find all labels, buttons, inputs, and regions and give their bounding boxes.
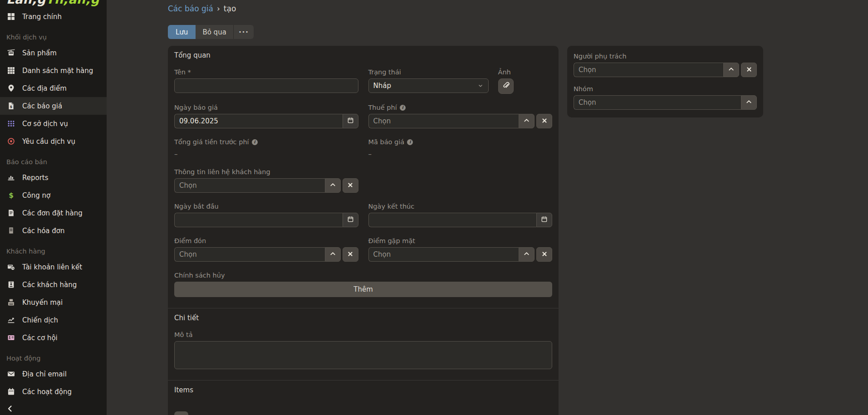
sidebar-item-label: Các địa điểm xyxy=(22,84,67,93)
tax-clear-button[interactable] xyxy=(536,114,552,128)
tax-expand-button[interactable] xyxy=(519,114,535,128)
sidebar-item-cac-dia-diem[interactable]: Các địa điểm xyxy=(0,79,107,97)
status-select[interactable]: Nháp xyxy=(368,78,489,93)
sidebar-item-trang-chinh[interactable]: Trang chính xyxy=(0,8,107,25)
field-pickup-point: Điểm đón Chọn xyxy=(174,237,358,262)
add-cancel-policy-button[interactable]: Thêm xyxy=(174,282,552,297)
sidebar-item-label: Các đơn đặt hàng xyxy=(22,209,83,217)
sidebar-item-cac-khach-hang[interactable]: Các khách hàng xyxy=(0,276,107,293)
chevron-up-icon xyxy=(329,181,336,190)
chevron-up-icon xyxy=(745,98,752,107)
toolbar: Lưu Bỏ qua ••• xyxy=(168,25,868,39)
description-textarea[interactable] xyxy=(174,341,552,369)
sidebar-item-co-so-dich-vu[interactable]: Cơ sở dịch vụ xyxy=(0,115,107,132)
assignee-expand-button[interactable] xyxy=(723,63,739,77)
sidebar-item-label: Chiến dịch xyxy=(22,316,58,324)
sidebar-item-cong-no[interactable]: $ Công nợ xyxy=(0,186,107,204)
quote-date-calendar-button[interactable] xyxy=(343,114,358,128)
meeting-clear-button[interactable] xyxy=(536,247,552,262)
breadcrumb-link-quotes[interactable]: Các báo giá xyxy=(168,4,213,13)
status-value: Nháp xyxy=(373,82,391,90)
chevron-up-icon xyxy=(523,117,530,126)
name-input[interactable] xyxy=(174,78,358,93)
info-icon: i xyxy=(252,139,258,145)
sidebar-item-yeu-cau-dich-vu[interactable]: Yêu cầu dịch vụ xyxy=(0,132,107,150)
sidebar: Lan,gTh,an,g Trang chính Khối dịch vụ Sả… xyxy=(0,0,107,415)
sidebar-item-chien-dich[interactable]: Chiến dịch xyxy=(0,311,107,329)
group-select[interactable]: Chọn xyxy=(574,95,741,110)
assignee-select[interactable]: Chọn xyxy=(574,63,723,77)
logo-text-left: Lan,g xyxy=(6,0,46,6)
app-logo[interactable]: Lan,gTh,an,g xyxy=(0,0,107,8)
meeting-select[interactable]: Chọn xyxy=(368,247,519,262)
end-date-calendar-button[interactable] xyxy=(536,213,552,227)
field-quote-code: Mã báo giái – xyxy=(368,138,553,158)
contact-select[interactable]: Chọn xyxy=(174,178,325,193)
start-date-calendar-button[interactable] xyxy=(343,213,358,227)
sidebar-item-label: Địa chỉ email xyxy=(22,370,67,378)
grid3-icon xyxy=(6,67,15,74)
collapse-sidebar-icon[interactable] xyxy=(6,405,16,414)
calendar-icon xyxy=(347,117,354,126)
svg-text:$: $ xyxy=(9,191,14,199)
field-name: Tên * xyxy=(174,68,358,94)
sidebar-item-cac-hoat-dong[interactable]: Các hoạt động xyxy=(0,383,107,400)
sidebar-item-cac-bao-gia[interactable]: $ Các báo giá xyxy=(0,97,107,115)
quote-date-input[interactable]: 09.06.2025 xyxy=(174,114,343,128)
breadcrumb: Các báo giá › tạo xyxy=(168,3,868,15)
contact-clear-button[interactable] xyxy=(343,178,358,193)
toolbar-more-button[interactable]: ••• xyxy=(233,25,254,39)
meeting-placeholder: Chọn xyxy=(373,250,391,259)
field-tax: Thuế phíi Chọn xyxy=(368,104,553,128)
envelope-icon xyxy=(6,370,15,378)
field-start-date: Ngày bắt đầu xyxy=(174,203,358,227)
pickup-label: Điểm đón xyxy=(174,237,358,244)
tax-select[interactable]: Chọn xyxy=(368,114,519,128)
sidebar-item-khuyen-mai[interactable]: Khuyến mại xyxy=(0,293,107,311)
end-date-input[interactable] xyxy=(368,213,537,227)
field-end-date: Ngày kết thúc xyxy=(368,203,553,227)
sidebar-item-cac-hoa-don[interactable]: Các hóa đơn xyxy=(0,222,107,239)
svg-text:$: $ xyxy=(10,105,12,109)
tax-placeholder: Chọn xyxy=(373,117,391,125)
quote-date-value: 09.06.2025 xyxy=(179,117,218,125)
meeting-expand-button[interactable] xyxy=(519,247,535,262)
info-icon: i xyxy=(400,105,406,111)
assignee-placeholder: Chọn xyxy=(579,66,596,74)
campaign-chart-icon xyxy=(6,316,15,324)
close-icon xyxy=(746,66,752,74)
pickup-clear-button[interactable] xyxy=(343,247,358,262)
sidebar-item-san-pham[interactable]: Sản phẩm xyxy=(0,44,107,62)
cancel-policy-label: Chính sách hủy xyxy=(174,272,552,279)
sidebar-item-cac-co-hoi[interactable]: Các cơ hội xyxy=(0,329,107,347)
items-section: Items + ••• xyxy=(168,380,559,415)
sidebar-item-label: Các hoạt động xyxy=(22,388,72,396)
calendar-icon xyxy=(347,216,354,225)
sidebar-item-tai-khoan-lien-ket[interactable]: Tài khoản liên kết xyxy=(0,258,107,276)
sidebar-item-reports[interactable]: Reports xyxy=(0,169,107,186)
name-label: Tên * xyxy=(174,68,358,76)
details-title: Chi tiết xyxy=(174,314,552,322)
save-button[interactable]: Lưu xyxy=(168,25,196,39)
sidebar-item-dia-chi-email[interactable]: Địa chỉ email xyxy=(0,365,107,383)
end-date-label: Ngày kết thúc xyxy=(368,203,553,210)
start-date-input[interactable] xyxy=(174,213,343,227)
add-item-button[interactable]: + xyxy=(174,411,188,415)
contact-expand-button[interactable] xyxy=(325,178,341,193)
linked-account-icon xyxy=(6,263,15,271)
sidebar-item-cac-don-dat-hang[interactable]: Các đơn đặt hàng xyxy=(0,204,107,222)
group-expand-button[interactable] xyxy=(741,95,757,110)
pickup-expand-button[interactable] xyxy=(325,247,341,262)
attach-image-button[interactable] xyxy=(498,78,514,94)
sidebar-item-label: Các cơ hội xyxy=(22,334,58,342)
sidebar-item-label: Sản phẩm xyxy=(22,49,57,57)
sidebar-item-danh-sach-mat-hang[interactable]: Danh sách mặt hàng xyxy=(0,62,107,79)
chevron-down-icon xyxy=(477,83,484,89)
dots-grid-icon xyxy=(6,120,15,127)
sidebar-item-label: Khuyến mại xyxy=(22,298,63,307)
discard-button[interactable]: Bỏ qua xyxy=(196,25,233,39)
bar-chart-icon xyxy=(6,174,15,181)
pickup-select[interactable]: Chọn xyxy=(174,247,325,262)
assignee-clear-button[interactable] xyxy=(741,63,757,77)
pickup-placeholder: Chọn xyxy=(179,250,197,259)
